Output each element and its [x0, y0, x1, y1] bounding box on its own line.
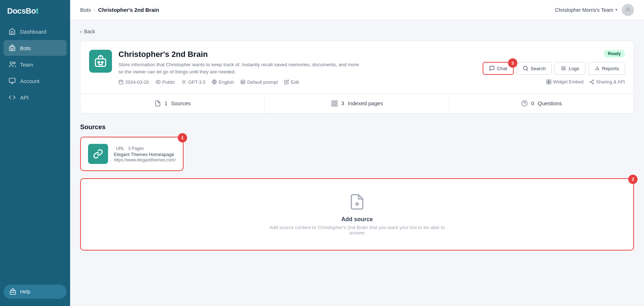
secondary-actions: Widget Embed Sharing & API [546, 79, 625, 84]
svg-line-42 [591, 82, 592, 83]
bot-meta-model: GPT-3.5 [181, 79, 205, 85]
stat-indexed-label: Indexed pages [348, 100, 383, 106]
status-badge: Ready [604, 50, 625, 58]
bot-avatar-icon [94, 54, 107, 68]
add-source-title: Add source [341, 216, 373, 223]
bot-actions-right: Ready Chat 3 Searc [483, 50, 625, 84]
stat-indexed-value: 3 [341, 100, 344, 106]
bot-visibility: Public [162, 79, 175, 85]
sidebar-item-account[interactable]: Account [4, 73, 67, 89]
logs-button[interactable]: Logs [555, 62, 585, 75]
team-name: Christopher Morris's Team [555, 7, 613, 13]
calendar-icon [118, 79, 123, 84]
sidebar-item-team[interactable]: Team [4, 57, 67, 72]
sidebar-item-label: Bots [20, 45, 31, 51]
search-icon [523, 65, 528, 71]
stat-questions[interactable]: 0 Questions [449, 94, 634, 113]
logo: DocsBot [0, 0, 70, 24]
svg-rect-15 [119, 80, 123, 84]
bot-date: 2024-03-20 [125, 79, 149, 85]
svg-point-5 [13, 62, 15, 64]
svg-point-41 [592, 83, 594, 84]
svg-point-3 [13, 48, 14, 49]
team-icon [9, 61, 16, 68]
widget-icon [546, 79, 551, 84]
breadcrumb-root[interactable]: Bots [80, 7, 91, 13]
svg-point-19 [157, 81, 159, 83]
svg-point-40 [590, 81, 591, 83]
model-icon [181, 79, 186, 84]
annotation-badge-1: 1 [178, 133, 187, 142]
source-info: URL 3 Pages Elegant Themes Homeapage htt… [114, 145, 176, 162]
source-url: https://www.elegantthemes.com/ [114, 157, 176, 162]
sidebar-item-label: Dashboard [20, 29, 46, 35]
prompt-icon [240, 79, 245, 84]
svg-point-4 [10, 62, 13, 64]
stat-indexed-pages[interactable]: 3 Indexed pages [265, 94, 450, 113]
help-button[interactable]: Help [4, 285, 67, 299]
user-icon [625, 7, 631, 13]
bot-description: Store information that Christopher wants… [118, 61, 362, 76]
svg-rect-46 [332, 104, 334, 106]
add-source-box[interactable]: Add source Add source content to Christo… [80, 178, 634, 251]
back-label: Back [84, 29, 95, 34]
add-source-description: Add source content to Christopher's 2nd … [268, 225, 447, 235]
logs-label: Logs [569, 66, 579, 71]
edit-icon [284, 79, 289, 84]
back-button[interactable]: ‹ Back [80, 29, 634, 34]
file-plus-icon [348, 193, 366, 210]
bot-icon [9, 44, 16, 52]
avatar[interactable] [622, 4, 634, 16]
sources-section-title: Sources [80, 123, 634, 131]
svg-rect-37 [547, 82, 548, 84]
sidebar-item-label: API [20, 94, 29, 101]
bot-info: Christopher's 2nd Brain Store informatio… [118, 50, 476, 85]
sidebar-item-dashboard[interactable]: Dashboard [4, 24, 67, 39]
widget-embed-label: Widget Embed [553, 79, 584, 84]
sources-icon [155, 100, 161, 107]
api-icon [9, 94, 16, 101]
share-icon [589, 79, 594, 84]
add-source-icon [348, 193, 366, 212]
sidebar-nav: Dashboard Bots Team Account API [0, 24, 70, 279]
stat-questions-label: Questions [538, 100, 562, 106]
bot-card-header: Christopher's 2nd Brain Store informatio… [89, 50, 625, 85]
search-label: Search [531, 66, 546, 71]
stat-sources-value: 1 [165, 100, 167, 106]
sidebar-footer: Help [0, 279, 70, 306]
stat-sources[interactable]: 1 Sources [80, 94, 265, 113]
help-label: Help [20, 289, 30, 295]
sidebar-item-api[interactable]: API [4, 89, 67, 105]
bot-card: Christopher's 2nd Brain Store informatio… [80, 41, 634, 94]
language-icon [212, 79, 217, 84]
page-content: ‹ Back Christop [70, 20, 644, 306]
logo-accent: t [36, 6, 38, 15]
svg-point-20 [183, 81, 185, 83]
reports-label: Reports [602, 66, 619, 71]
bot-model: GPT-3.5 [188, 79, 205, 85]
link-icon [93, 149, 103, 159]
topbar: Bots › Christopher's 2nd Brain Christoph… [70, 0, 644, 20]
widget-embed-link[interactable]: Widget Embed [546, 79, 584, 84]
source-item-url[interactable]: URL 3 Pages Elegant Themes Homeapage htt… [80, 137, 184, 171]
stat-questions-value: 0 [531, 100, 534, 106]
svg-rect-36 [549, 80, 551, 82]
team-chevron-icon: ▾ [615, 8, 618, 12]
svg-point-14 [101, 62, 103, 63]
search-button[interactable]: Search [517, 62, 552, 75]
team-selector[interactable]: Christopher Morris's Team ▾ [555, 7, 618, 13]
sharing-api-label: Sharing & API [596, 79, 625, 84]
bot-meta: 2024-03-20 Public GPT-3.5 English [118, 79, 476, 85]
reports-button[interactable]: Reports [588, 62, 625, 75]
svg-point-9 [14, 292, 14, 293]
bot-meta-edit[interactable]: Edit [284, 79, 299, 85]
bot-meta-prompt: Default prompt [240, 79, 278, 85]
sidebar-item-bots[interactable]: Bots [4, 40, 67, 56]
sharing-api-link[interactable]: Sharing & API [589, 79, 625, 84]
svg-line-28 [527, 69, 528, 71]
back-chevron-icon: ‹ [80, 29, 82, 34]
bot-meta-language: English [212, 79, 234, 85]
reports-icon [594, 65, 600, 71]
source-icon-box [88, 144, 108, 164]
bot-edit-label: Edit [291, 79, 299, 85]
